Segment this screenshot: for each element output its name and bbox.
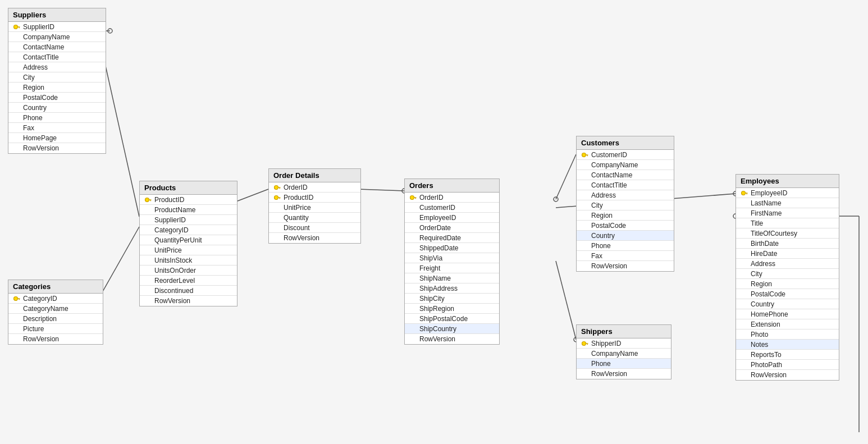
svg-rect-40 [586,343,588,344]
field-supplierid: SupplierID [8,22,106,32]
svg-rect-41 [587,344,588,345]
field-companyname: CompanyName [8,32,106,42]
table-title-products: Products [140,181,237,195]
field-photopath: PhotoPath [736,360,839,370]
svg-rect-37 [586,154,588,155]
field-shipcountry: ShipCountry [405,324,499,334]
table-title-orderdetails: Order Details [269,169,360,182]
field-shipname: ShipName [405,273,499,283]
field-contacttitle: ContactTitle [8,52,106,62]
field-shipregion: ShipRegion [405,304,499,314]
field-shipaddress: ShipAddress [405,283,499,294]
field-rowversion: RowVersion [269,233,360,243]
field-city: City [577,200,674,210]
svg-line-7 [358,189,404,191]
field-birthdate: BirthDate [736,239,839,249]
field-postalcode: PostalCode [8,93,106,103]
field-shippeddate: ShippedDate [405,243,499,253]
field-fax: Fax [577,251,674,261]
field-shipvia: ShipVia [405,253,499,263]
svg-point-24 [145,198,149,202]
table-title-orders: Orders [405,179,499,193]
field-customerid: CustomerID [577,150,674,160]
field-contacttitle: ContactTitle [577,180,674,190]
field-rowversion: RowVersion [8,334,103,344]
field-companyname: CompanyName [577,349,671,359]
svg-rect-26 [150,200,152,201]
field-country: Country [8,103,106,113]
field-productname: ProductName [140,205,237,215]
table-title-categories: Categories [8,280,103,294]
pk-icon [13,23,21,31]
field-reorderlevel: ReorderLevel [140,276,237,286]
field-quantityperunit: QuantityPerUnit [140,235,237,245]
pk-icon [581,340,589,347]
svg-rect-34 [414,197,417,198]
table-suppliers: Suppliers SupplierID CompanyName Contact… [8,8,106,154]
field-quantity: Quantity [269,213,360,223]
svg-rect-44 [747,193,748,194]
field-country: Country [736,299,839,309]
field-titleofcourtesy: TitleOfCourtesy [736,228,839,239]
field-rowversion: RowVersion [577,369,671,379]
field-discount: Discount [269,223,360,233]
table-title-customers: Customers [577,136,674,150]
table-title-shippers: Shippers [577,325,671,338]
field-shipperid: ShipperID [577,338,671,349]
field-picture: Picture [8,324,103,334]
svg-point-27 [275,185,278,189]
svg-line-13 [556,261,576,340]
field-requireddate: RequiredDate [405,233,499,243]
svg-point-21 [14,296,18,300]
pk-icon [273,184,281,191]
field-address: Address [577,190,674,200]
field-customerid: CustomerID [405,203,499,213]
svg-point-18 [14,25,18,29]
field-categoryid: CategoryID [140,225,237,235]
field-city: City [736,269,839,279]
field-rowversion: RowVersion [736,370,839,380]
field-phone: Phone [8,113,106,123]
field-companyname: CompanyName [577,160,674,170]
field-supplierid: SupplierID [140,215,237,225]
pk-icon [741,189,748,197]
field-orderdate: OrderDate [405,223,499,233]
field-firstname: FirstName [736,208,839,218]
svg-point-39 [582,341,586,345]
field-photo: Photo [736,329,839,340]
svg-point-2 [108,29,112,33]
svg-rect-29 [280,187,281,189]
field-lastname: LastName [736,198,839,208]
field-employeeid: EmployeeID [405,213,499,223]
field-country: Country [577,231,674,241]
pk-icon [144,196,152,204]
erd-diagram: Suppliers SupplierID CompanyName Contact… [0,0,868,444]
field-reportsto: ReportsTo [736,350,839,360]
field-description: Description [8,314,103,324]
field-phone: Phone [577,241,674,251]
svg-rect-43 [745,193,748,194]
table-title-suppliers: Suppliers [8,8,106,22]
field-region: Region [736,279,839,289]
field-postalcode: PostalCode [577,221,674,231]
field-productid: ProductID [269,193,360,203]
field-employeeid: EmployeeID [736,188,839,198]
table-orders: Orders OrderID CustomerID EmployeeID Ord… [404,178,500,345]
field-hiredate: HireDate [736,249,839,259]
table-categories: Categories CategoryID CategoryName Descr… [8,280,103,345]
field-region: Region [8,83,106,93]
svg-line-9 [556,154,576,199]
field-productid: ProductID [140,195,237,205]
table-products: Products ProductID ProductName SupplierI… [139,181,237,306]
table-customers: Customers CustomerID CompanyName Contact… [576,136,674,272]
svg-point-10 [554,197,558,202]
field-homepage: HomePage [8,133,106,143]
field-extension: Extension [736,319,839,329]
field-contactname: ContactName [577,170,674,180]
field-fax: Fax [8,123,106,133]
svg-rect-31 [278,197,281,198]
table-shippers: Shippers ShipperID CompanyName Phone Row… [576,324,671,379]
field-region: Region [577,210,674,221]
svg-rect-38 [587,155,588,156]
svg-point-36 [582,153,586,157]
